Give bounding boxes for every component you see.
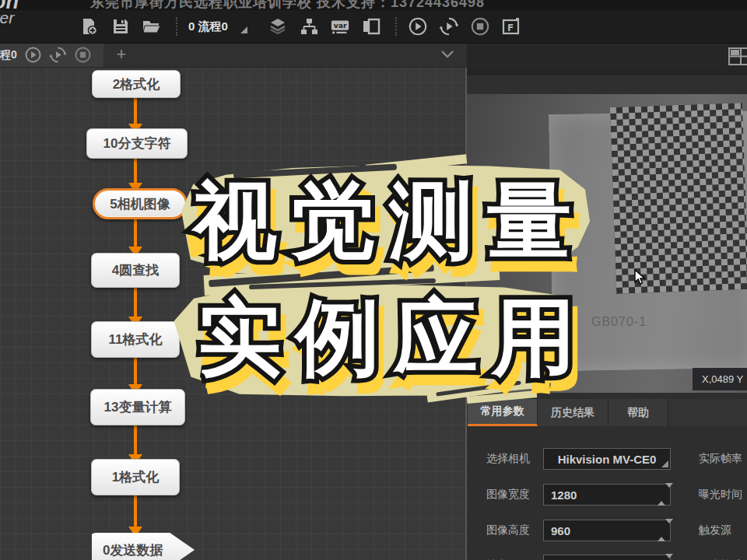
param-label: 图像高度 xyxy=(486,523,530,537)
node-label: 0发送数据 xyxy=(103,541,163,559)
param-label: 图像宽度 xyxy=(486,488,530,502)
image-width-value: 1280 xyxy=(551,488,577,502)
tab-help[interactable]: 帮助 xyxy=(608,399,668,426)
image-width-input[interactable]: 1280 xyxy=(543,484,671,506)
flow-connector xyxy=(134,357,137,386)
flow-selector-label: 0 流程0 xyxy=(188,19,228,34)
node-label: 10分支字符 xyxy=(103,135,171,152)
tab-filler xyxy=(668,399,747,426)
image-height-input[interactable]: 960 xyxy=(543,520,671,541)
title-bar: 东莞市厚街万民远程职业培训学校 技术支持：13724436498 xyxy=(0,0,747,10)
window-layout-icon[interactable] xyxy=(361,16,381,37)
split-view-icon[interactable] xyxy=(728,47,747,65)
overlay-text-fill-layer: 实例应用 xyxy=(198,296,590,380)
save-icon[interactable] xyxy=(110,16,131,37)
param-label: 选择相机 xyxy=(486,452,530,466)
flow-node-format-11[interactable]: 11格式化 xyxy=(91,321,180,358)
flow-connector xyxy=(134,287,137,318)
flow-node-camera-image-5[interactable]: 5相机图像 xyxy=(93,188,188,219)
flow-selector-dropdown-icon xyxy=(240,26,247,33)
app-logo: Vision Master xyxy=(0,0,86,26)
param-row-height: 图像高度 960 触发源 xyxy=(467,520,747,541)
tab-label: 帮助 xyxy=(627,406,649,420)
flow-tab-active[interactable]: 流程0 xyxy=(0,43,103,67)
parameters-panel: 常用参数 历史结果 帮助 选择相机 Hikvision MV-CE0 实际帧率 … xyxy=(467,393,747,560)
node-label: 2格式化 xyxy=(113,75,160,93)
flow-node-format-2[interactable]: 2格式化 xyxy=(92,70,181,98)
chevron-down-icon[interactable] xyxy=(440,49,454,60)
tab-run-once-icon[interactable] xyxy=(24,46,42,64)
tab-label: 常用参数 xyxy=(481,404,524,418)
mouse-cursor xyxy=(634,269,646,285)
node-label: 5相机图像 xyxy=(110,195,170,213)
flow-node-circle-find-4[interactable]: 4圆查找 xyxy=(91,253,180,288)
svg-text:F: F xyxy=(507,23,514,33)
flow-node-format-1[interactable]: 1格式化 xyxy=(91,459,180,495)
flow-node-branch-string-10[interactable]: 10分支字符 xyxy=(86,128,188,159)
tab-history-results[interactable]: 历史结果 xyxy=(538,399,608,426)
flow-connector xyxy=(134,425,137,456)
run-continuous-icon[interactable] xyxy=(439,16,459,37)
logo-line2: Master xyxy=(0,11,19,26)
svg-text:var: var xyxy=(334,21,347,30)
flow-node-variable-calc-13[interactable]: 13变量计算 xyxy=(90,389,185,425)
spinner-arrows-icon[interactable] xyxy=(658,488,665,503)
layers-icon[interactable] xyxy=(268,16,288,37)
param-right-label: 曝光时间 xyxy=(699,488,742,502)
param-right-label: 触发源 xyxy=(699,523,731,537)
variables-icon[interactable]: var xyxy=(330,16,350,37)
spinner-arrows-icon[interactable] xyxy=(658,523,665,539)
image-dark-band xyxy=(467,75,747,94)
camera-select-value: Hikvision MV-CE0 xyxy=(558,453,657,466)
toolbar-separator xyxy=(176,17,179,36)
node-label: 4圆查找 xyxy=(112,261,159,279)
tab-stop-icon[interactable] xyxy=(74,46,92,64)
param-row-width: 图像宽度 1280 曝光时间 xyxy=(467,484,747,506)
node-label: 1格式化 xyxy=(112,468,159,486)
flow-tab-bar: 流程0 + xyxy=(0,43,467,68)
node-label: 11格式化 xyxy=(109,331,163,348)
camera-select[interactable]: Hikvision MV-CE0 xyxy=(543,448,671,470)
calibration-checkerboard xyxy=(610,103,747,294)
pixel-coords-status: X,0489 Y xyxy=(693,368,747,390)
flow-connector xyxy=(134,158,137,184)
hierarchy-icon[interactable] xyxy=(299,16,319,37)
window-title: 东莞市厚街万民远程职业培训学校 技术支持：13724436498 xyxy=(90,0,485,10)
flow-tab-label: 流程0 xyxy=(0,48,17,62)
image-height-value: 960 xyxy=(551,524,570,537)
flow-connector xyxy=(134,219,137,248)
tab-label: 历史结果 xyxy=(551,406,594,420)
param-row-framerate: 帧率 30.000 像素格式 xyxy=(467,555,747,560)
flow-selector[interactable]: 0 流程0 xyxy=(188,19,247,34)
node-label: 13变量计算 xyxy=(104,398,172,416)
main-toolbar: 0 流程0 var F xyxy=(0,10,747,44)
toolbar-separator xyxy=(395,17,398,36)
param-right-label: 实际帧率 xyxy=(699,452,742,466)
dropdown-corner-icon xyxy=(661,460,668,467)
run-once-icon[interactable] xyxy=(408,16,428,37)
specimen-text: GB070-1 xyxy=(591,315,647,329)
add-flow-tab-button[interactable]: + xyxy=(111,44,132,65)
frame-rate-input[interactable]: 30.000 xyxy=(543,555,671,560)
stop-icon[interactable] xyxy=(470,16,490,37)
flow-connector xyxy=(134,97,137,125)
tab-common-params[interactable]: 常用参数 xyxy=(468,399,538,426)
tab-run-continuous-icon[interactable] xyxy=(49,46,67,64)
param-tabs: 常用参数 历史结果 帮助 xyxy=(468,399,747,426)
overlay-text-fill-layer: 视觉测量 xyxy=(193,179,585,263)
open-folder-icon[interactable] xyxy=(142,16,162,37)
param-row-camera: 选择相机 Hikvision MV-CE0 实际帧率 xyxy=(467,448,747,470)
flow-connector xyxy=(134,495,137,528)
front-run-window-icon[interactable]: F xyxy=(501,16,521,37)
viewer-header xyxy=(467,43,747,70)
